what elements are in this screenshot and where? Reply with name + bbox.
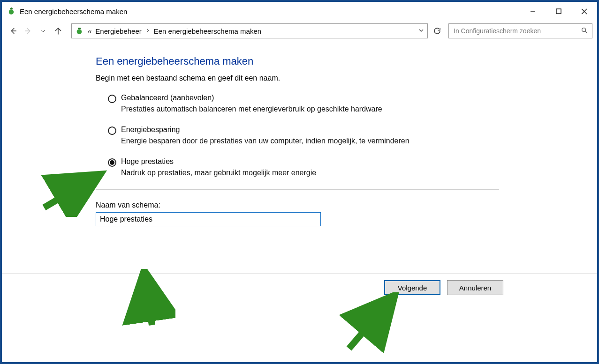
svg-line-6 — [582, 9, 587, 14]
plan-option-balanced[interactable]: Gebalanceerd (aanbevolen) Prestaties aut… — [96, 94, 569, 113]
page-subtitle: Begin met een bestaand schema en geef di… — [96, 74, 569, 82]
option-label: Energiebesparing — [121, 126, 409, 134]
plan-option-highperf[interactable]: Hoge prestaties Nadruk op prestaties, ma… — [96, 157, 569, 177]
svg-line-15 — [145, 276, 152, 325]
window-frame: Een energiebeheerschema maken — [0, 0, 599, 364]
svg-line-16 — [349, 299, 391, 349]
option-label: Hoge prestaties — [121, 157, 316, 166]
page-title: Een energiebeheerschema maken — [96, 55, 569, 67]
svg-rect-11 — [78, 28, 81, 29]
option-description: Prestaties automatisch balanceren met en… — [121, 105, 382, 113]
search-icon[interactable] — [581, 27, 588, 36]
radio-powersaver[interactable] — [108, 126, 116, 135]
search-input[interactable] — [453, 27, 581, 35]
svg-point-10 — [77, 29, 82, 34]
option-description: Energie besparen door de prestaties van … — [121, 137, 409, 145]
annotation-arrow-icon — [119, 269, 175, 330]
divider — [96, 189, 499, 190]
plan-option-powersaver[interactable]: Energiebesparing Energie besparen door d… — [96, 126, 569, 145]
navigation-bar: « Energiebeheer Een energiebeheerschema … — [2, 21, 597, 41]
recent-locations-button[interactable] — [37, 24, 50, 37]
annotation-arrow-icon — [340, 292, 405, 353]
search-box[interactable] — [448, 23, 592, 38]
breadcrumb-prefix: « — [88, 27, 91, 35]
refresh-button[interactable] — [430, 23, 445, 38]
svg-point-0 — [9, 9, 14, 15]
titlebar: Een energiebeheerschema maken — [2, 2, 597, 21]
next-button[interactable]: Volgende — [384, 280, 440, 295]
window-title: Een energiebeheerschema maken — [20, 7, 127, 15]
annotation-arrow-icon — [39, 170, 110, 217]
option-description: Nadruk op prestaties, maar gebruikt moge… — [121, 169, 316, 177]
radio-balanced[interactable] — [108, 95, 116, 103]
breadcrumb-item-0[interactable]: Energiebeheer — [95, 27, 141, 35]
footer-bar: Volgende Annuleren — [2, 273, 597, 362]
svg-rect-2 — [11, 7, 12, 9]
content-area: Een energiebeheerschema maken Begin met … — [2, 41, 597, 273]
close-button[interactable] — [571, 2, 597, 21]
up-button[interactable] — [52, 24, 65, 37]
back-button[interactable] — [7, 24, 20, 37]
plan-name-input[interactable] — [96, 212, 321, 226]
forward-button[interactable] — [22, 24, 35, 37]
svg-line-5 — [582, 9, 587, 14]
address-bar[interactable]: « Energiebeheer Een energiebeheerschema … — [71, 23, 428, 38]
app-icon — [7, 7, 16, 16]
address-icon — [75, 26, 84, 36]
svg-point-12 — [582, 28, 586, 31]
address-dropdown-icon[interactable] — [417, 28, 425, 35]
window-controls — [520, 2, 597, 21]
cancel-button[interactable]: Annuleren — [447, 280, 503, 295]
maximize-button[interactable] — [546, 2, 571, 21]
minimize-button[interactable] — [520, 2, 546, 21]
svg-line-13 — [585, 31, 587, 33]
radio-highperf[interactable] — [108, 158, 116, 167]
chevron-right-icon — [145, 28, 150, 34]
svg-line-14 — [44, 177, 96, 208]
svg-rect-4 — [556, 9, 561, 14]
breadcrumb-item-1[interactable]: Een energiebeheerschema maken — [154, 27, 261, 35]
option-label: Gebalanceerd (aanbevolen) — [121, 94, 382, 102]
plan-name-label: Naam van schema: — [96, 201, 569, 209]
